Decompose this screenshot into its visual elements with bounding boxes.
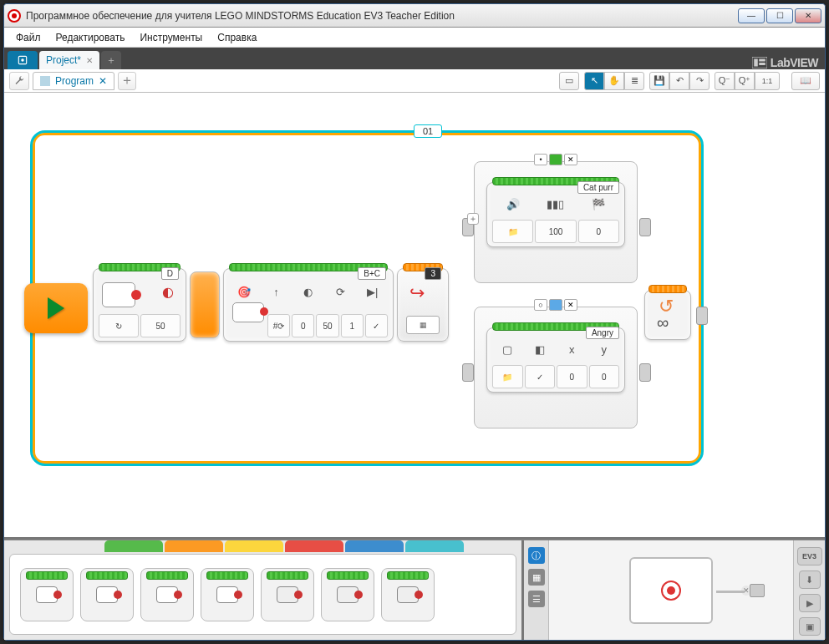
- pointer-tool[interactable]: ↖: [584, 72, 604, 90]
- move-steering-block[interactable]: B+C 🎯 ↑ ◐ ⟳ ▶| #⟳ 0 50 1 ✓: [223, 268, 394, 342]
- available-bricks-tab[interactable]: ☰: [528, 591, 545, 607]
- minimize-button[interactable]: —: [738, 8, 765, 23]
- switch-true-case[interactable]: ✕ Cat purr 🔊 ▮▮▯ 🏁 📁 100 0: [474, 161, 638, 283]
- brake-param[interactable]: ✓: [365, 314, 388, 337]
- download-button[interactable]: ⬇: [799, 570, 821, 589]
- zoom-in-button[interactable]: Q⁺: [735, 72, 755, 90]
- palette-tab-myblocks[interactable]: [405, 540, 464, 552]
- steer-param[interactable]: 0: [292, 314, 314, 337]
- power-param[interactable]: 50: [316, 314, 338, 337]
- sound-block[interactable]: Cat purr 🔊 ▮▮▯ 🏁 📁 100 0: [486, 182, 625, 247]
- document-button[interactable]: ▭: [559, 72, 579, 90]
- hardware-controls: EV3 ⬇ ▶ ▣: [793, 540, 825, 640]
- file-param[interactable]: 📁: [492, 220, 533, 243]
- power-param[interactable]: 50: [140, 314, 181, 337]
- wire-plug: [696, 307, 708, 325]
- loop-end-block[interactable]: ↺ ∞: [644, 290, 691, 340]
- palette-tab-data[interactable]: [285, 540, 343, 552]
- undo-button[interactable]: ↶: [669, 72, 689, 90]
- playtype-param[interactable]: 0: [578, 220, 619, 243]
- window-title: Программное обеспечение для учителя LEGO…: [26, 10, 738, 22]
- mode-param[interactable]: ↻: [99, 314, 139, 337]
- y-axis-icon: y: [596, 341, 613, 357]
- volume-param[interactable]: 100: [535, 220, 576, 243]
- menu-file[interactable]: Файл: [9, 29, 48, 46]
- port-badge[interactable]: 3: [425, 267, 441, 280]
- zoom-out-button[interactable]: Q⁻: [715, 72, 735, 90]
- save-button[interactable]: 💾: [649, 72, 669, 90]
- pan-tool[interactable]: ✋: [604, 72, 624, 90]
- add-project-tab[interactable]: ＋: [101, 51, 121, 69]
- rotations-param[interactable]: 1: [341, 314, 364, 337]
- run-selected-button[interactable]: ▣: [799, 617, 821, 636]
- palette-tab-flow[interactable]: [165, 540, 223, 552]
- program-tab-active[interactable]: Program ✕: [33, 72, 114, 90]
- canvas[interactable]: 01 D ◐ ↻ 50 B+C: [4, 93, 825, 540]
- palette-tab-action[interactable]: [104, 540, 163, 552]
- loop-name-label[interactable]: 01: [414, 124, 442, 138]
- palette-body: [9, 554, 516, 635]
- palette-tab-sensor[interactable]: [225, 540, 283, 552]
- close-button[interactable]: ✕: [795, 8, 821, 23]
- speaker-icon: 🔊: [505, 195, 521, 212]
- loop-condition[interactable]: ∞: [657, 313, 669, 332]
- file-param[interactable]: 📁: [492, 365, 523, 388]
- medium-motor-block[interactable]: D ◐ ↻ 50: [93, 268, 186, 342]
- palette-move-steering[interactable]: [140, 568, 194, 621]
- port-view-tab[interactable]: ▦: [528, 569, 545, 586]
- port-badge[interactable]: B+C: [358, 267, 386, 280]
- zoom-reset-button[interactable]: 1:1: [755, 72, 780, 90]
- close-icon[interactable]: ✕: [86, 56, 93, 65]
- display-block[interactable]: Angry ▢ ◧ x y 📁 ✓ 0 0: [486, 327, 625, 393]
- project-properties-button[interactable]: [9, 72, 29, 90]
- lobby-tab[interactable]: [8, 51, 38, 69]
- menu-edit[interactable]: Редактировать: [49, 29, 132, 46]
- switch-block[interactable]: 3 ↪ ▦: [397, 268, 449, 342]
- y-param[interactable]: 0: [589, 365, 620, 388]
- sensor-mode-param[interactable]: ▦: [406, 316, 440, 334]
- palette-medium-motor[interactable]: [20, 568, 74, 621]
- titlebar: Программное обеспечение для учителя LEGO…: [4, 4, 825, 28]
- brick-center-icon: [661, 581, 681, 601]
- file-name-badge[interactable]: Cat purr: [577, 181, 619, 194]
- close-icon[interactable]: ✕: [99, 75, 107, 87]
- palette-large-motor[interactable]: [80, 568, 134, 621]
- svg-rect-3: [754, 59, 758, 67]
- app-icon: [8, 9, 21, 23]
- ni-icon: [752, 57, 767, 68]
- file-name-badge[interactable]: Angry: [586, 327, 619, 339]
- clear-param[interactable]: ✓: [525, 365, 556, 388]
- menu-tools[interactable]: Инструменты: [133, 29, 209, 46]
- brick-info-tab[interactable]: ⓘ: [528, 547, 545, 564]
- green-case-icon: [549, 154, 562, 165]
- palette-sound[interactable]: [321, 568, 374, 621]
- window-controls: — ☐ ✕: [738, 8, 821, 23]
- add-program-tab[interactable]: ＋: [118, 72, 136, 90]
- start-block[interactable]: [24, 283, 88, 333]
- switch-false-case[interactable]: ○ ✕ Angry ▢ ◧ x y 📁 ✓: [474, 307, 638, 428]
- case-selector[interactable]: ✕: [534, 154, 577, 165]
- redo-button[interactable]: ↷: [689, 72, 709, 90]
- palette-move-tank[interactable]: [201, 568, 254, 621]
- palette-tab-advanced[interactable]: [345, 540, 404, 552]
- project-tab-label: Project*: [46, 54, 81, 66]
- svg-rect-5: [759, 63, 765, 65]
- case-selector[interactable]: ○ ✕: [534, 299, 577, 311]
- mode-param[interactable]: #⟳: [267, 314, 290, 337]
- usb-icon: [750, 584, 765, 597]
- menu-help[interactable]: Справка: [211, 29, 263, 46]
- help-book-button[interactable]: 📖: [791, 72, 820, 90]
- x-param[interactable]: 0: [557, 365, 587, 388]
- port-badge[interactable]: D: [161, 267, 179, 280]
- remove-case-icon[interactable]: ✕: [564, 299, 577, 311]
- palette-display[interactable]: [261, 568, 314, 621]
- project-tab-active[interactable]: Project* ✕: [39, 51, 99, 69]
- remove-case-icon[interactable]: ✕: [564, 154, 577, 165]
- maximize-button[interactable]: ☐: [766, 8, 793, 23]
- run-button[interactable]: ▶: [799, 594, 821, 612]
- comment-tool[interactable]: ≣: [624, 72, 644, 90]
- palette-brick-status[interactable]: [381, 568, 435, 621]
- loop-start-connector[interactable]: [190, 271, 220, 338]
- add-case-button[interactable]: ＋: [467, 213, 479, 225]
- palette-category-tabs: [4, 540, 521, 554]
